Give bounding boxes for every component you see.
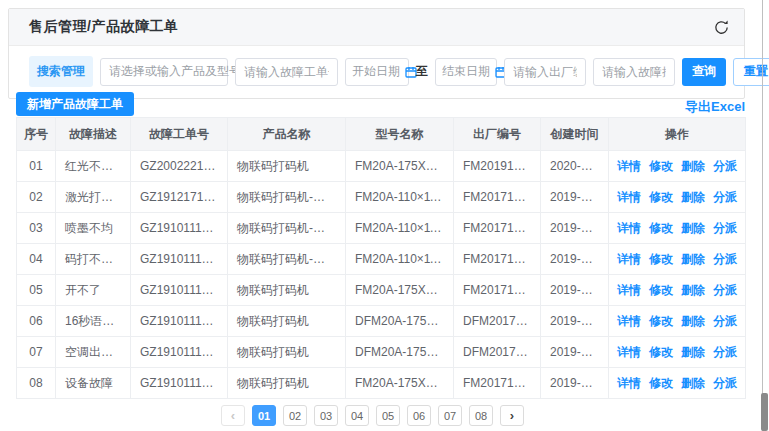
fault-desc-input[interactable] xyxy=(593,58,675,86)
cell-actions: 详情修改删除分派 xyxy=(609,337,746,368)
col-header-created: 创建时间 xyxy=(541,118,609,151)
add-work-order-button[interactable]: 新增产品故障工单 xyxy=(16,92,134,116)
cell-model: DFM20A-175X175 xyxy=(346,337,454,368)
edit-link[interactable]: 修改 xyxy=(649,314,673,328)
page-button-8[interactable]: 08 xyxy=(469,405,493,426)
cell-model: FM20A-175X175 xyxy=(346,275,454,306)
fault-order-input[interactable] xyxy=(235,58,338,86)
table-row: 07 空调出热风 GZ1910111552007 物联码打码机 DFM20A-1… xyxy=(17,337,746,368)
page-title: 售后管理/产品故障工单 xyxy=(29,18,178,36)
col-header-desc: 故障描述 xyxy=(56,118,131,151)
cell-seq: 06 xyxy=(17,306,56,337)
cell-desc: 16秒语音描述 xyxy=(56,306,131,337)
assign-link[interactable]: 分派 xyxy=(713,283,737,297)
delete-link[interactable]: 删除 xyxy=(681,376,705,390)
cell-seq: 03 xyxy=(17,213,56,244)
delete-link[interactable]: 删除 xyxy=(681,221,705,235)
cell-seq: 02 xyxy=(17,182,56,213)
product-model-select[interactable]: 请选择或输入产品及型号 xyxy=(100,58,228,86)
detail-link[interactable]: 详情 xyxy=(617,314,641,328)
cell-desc: 开不了 xyxy=(56,275,131,306)
date-range-to-label: 至 xyxy=(416,63,428,80)
export-excel-link[interactable]: 导出Excel xyxy=(685,98,745,116)
assign-link[interactable]: 分派 xyxy=(713,376,737,390)
cell-factory: FM2017122709 xyxy=(454,244,541,275)
detail-link[interactable]: 详情 xyxy=(617,283,641,297)
cell-created: 2020-02-22 xyxy=(541,151,609,182)
factory-number-input[interactable] xyxy=(504,58,586,86)
start-date-picker[interactable]: 开始日期 xyxy=(345,58,409,86)
detail-link[interactable]: 详情 xyxy=(617,376,641,390)
page-button-2[interactable]: 02 xyxy=(283,405,307,426)
prev-page-button[interactable]: ‹ xyxy=(221,405,245,426)
table-row: 04 码打不出来 GZ1910111553011 物联码打码机-迷你式 FM20… xyxy=(17,244,746,275)
delete-link[interactable]: 删除 xyxy=(681,283,705,297)
edit-link[interactable]: 修改 xyxy=(649,345,673,359)
page-button-5[interactable]: 05 xyxy=(376,405,400,426)
assign-link[interactable]: 分派 xyxy=(713,252,737,266)
cell-actions: 详情修改删除分派 xyxy=(609,244,746,275)
delete-link[interactable]: 删除 xyxy=(681,252,705,266)
page-button-1[interactable]: 01 xyxy=(252,405,276,426)
detail-link[interactable]: 详情 xyxy=(617,190,641,204)
cell-actions: 详情修改删除分派 xyxy=(609,213,746,244)
cell-factory: FM2019122701 xyxy=(454,151,541,182)
edit-link[interactable]: 修改 xyxy=(649,159,673,173)
refresh-button[interactable] xyxy=(711,17,731,37)
cell-created: 2019-10-11 xyxy=(541,368,609,399)
cell-product: 物联码打码机-迷你式 xyxy=(228,182,346,213)
cell-model: FM20A-175X175 xyxy=(346,368,454,399)
assign-link[interactable]: 分派 xyxy=(713,345,737,359)
page-button-7[interactable]: 07 xyxy=(438,405,462,426)
cell-seq: 08 xyxy=(17,368,56,399)
search-bar: 搜索管理 请选择或输入产品及型号 开始日期 至 结束日期 查询 xyxy=(9,46,744,98)
scrollbar-thumb[interactable] xyxy=(761,393,768,431)
detail-link[interactable]: 详情 xyxy=(617,159,641,173)
assign-link[interactable]: 分派 xyxy=(713,221,737,235)
delete-link[interactable]: 删除 xyxy=(681,314,705,328)
cell-order: GZ1910111553010 xyxy=(131,275,228,306)
cell-model: FM20A-110×110-ZK xyxy=(346,213,454,244)
edit-link[interactable]: 修改 xyxy=(649,376,673,390)
cell-product: 物联码打码机 xyxy=(228,306,346,337)
delete-link[interactable]: 删除 xyxy=(681,159,705,173)
cell-product: 物联码打码机 xyxy=(228,151,346,182)
delete-link[interactable]: 删除 xyxy=(681,190,705,204)
detail-link[interactable]: 详情 xyxy=(617,345,641,359)
pagination: ‹ 01 02 03 04 05 06 07 08 › xyxy=(0,405,745,426)
cell-factory: FM2017122705 xyxy=(454,182,541,213)
cell-created: 2019-12-17 xyxy=(541,182,609,213)
cell-model: FM20A-175X175 xyxy=(346,151,454,182)
delete-link[interactable]: 删除 xyxy=(681,345,705,359)
page-button-6[interactable]: 06 xyxy=(407,405,431,426)
assign-link[interactable]: 分派 xyxy=(713,159,737,173)
detail-link[interactable]: 详情 xyxy=(617,221,641,235)
edit-link[interactable]: 修改 xyxy=(649,221,673,235)
edit-link[interactable]: 修改 xyxy=(649,283,673,297)
cell-order: GZ1910111552007 xyxy=(131,337,228,368)
edit-link[interactable]: 修改 xyxy=(649,190,673,204)
detail-link[interactable]: 详情 xyxy=(617,252,641,266)
cell-created: 2019-10-11 xyxy=(541,306,609,337)
assign-link[interactable]: 分派 xyxy=(713,314,737,328)
page: { "header": { "title": "售后管理/产品故障工单" }, … xyxy=(0,0,769,431)
page-button-3[interactable]: 03 xyxy=(314,405,338,426)
edit-link[interactable]: 修改 xyxy=(649,252,673,266)
next-page-button[interactable]: › xyxy=(500,405,524,426)
cell-desc: 喷墨不均 xyxy=(56,213,131,244)
assign-link[interactable]: 分派 xyxy=(713,190,737,204)
cell-desc: 激光打码模板... xyxy=(56,182,131,213)
table-header-row: 序号 故障描述 故障工单号 产品名称 型号名称 出厂编号 创建时间 操作 xyxy=(17,118,746,151)
cell-desc: 设备故障 xyxy=(56,368,131,399)
cell-actions: 详情修改删除分派 xyxy=(609,275,746,306)
work-order-table: 序号 故障描述 故障工单号 产品名称 型号名称 出厂编号 创建时间 操作 01 … xyxy=(16,117,746,399)
table-row: 05 开不了 GZ1910111553010 物联码打码机 FM20A-175X… xyxy=(17,275,746,306)
cell-actions: 详情修改删除分派 xyxy=(609,306,746,337)
end-date-picker[interactable]: 结束日期 xyxy=(435,58,497,86)
reset-button[interactable]: 重置 xyxy=(733,58,769,86)
page-button-4[interactable]: 04 xyxy=(345,405,369,426)
query-button[interactable]: 查询 xyxy=(682,58,726,86)
cell-order: GZ2002221826001 xyxy=(131,151,228,182)
cell-product: 物联码打码机 xyxy=(228,275,346,306)
cell-actions: 详情修改删除分派 xyxy=(609,182,746,213)
